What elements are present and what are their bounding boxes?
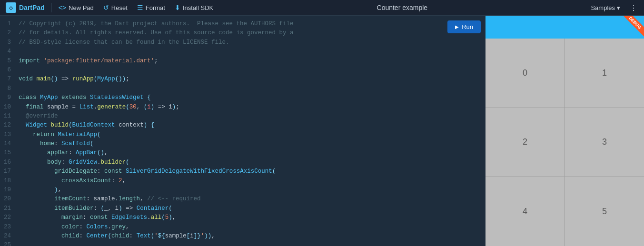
code-line bbox=[19, 84, 482, 93]
code-line: color: Colors.grey, bbox=[19, 223, 482, 232]
reset-label: Reset bbox=[111, 4, 128, 11]
code-line: final sample = List.generate(30, (i) => … bbox=[19, 103, 482, 112]
preview-panel: DEBUG 0 1 2 3 4 5 bbox=[485, 16, 644, 246]
preview-cell-4: 4 bbox=[485, 177, 565, 246]
dartpad-logo: ◇ DartPad bbox=[4, 2, 50, 13]
preview-cell-0: 0 bbox=[485, 39, 565, 108]
code-line: // Copyright (c) 2019, the Dart project … bbox=[19, 20, 482, 29]
install-sdk-button[interactable]: ⬇ Install SDK bbox=[170, 2, 218, 13]
format-icon: ☰ bbox=[137, 4, 143, 11]
code-editor[interactable]: ▶ Run 12345 678910 1112131415 1617181920… bbox=[0, 16, 485, 246]
code-content: // Copyright (c) 2019, the Dart project … bbox=[15, 20, 485, 242]
main-area: ▶ Run 12345 678910 1112131415 1617181920… bbox=[0, 16, 644, 246]
dart-logo-icon: ◇ bbox=[6, 2, 16, 13]
code-line: // BSD-style license that can be found i… bbox=[19, 38, 482, 47]
topbar: ◇ DartPad <> New Pad ↺ Reset ☰ Format ⬇ … bbox=[0, 0, 644, 16]
separator-1 bbox=[51, 3, 52, 12]
code-line bbox=[19, 66, 482, 75]
install-sdk-label: Install SDK bbox=[183, 4, 213, 11]
code-line: home: Scaffold( bbox=[19, 139, 482, 148]
code-line: itemBuilder: (_, i) => Container( bbox=[19, 204, 482, 213]
run-icon: ▶ bbox=[455, 24, 459, 30]
more-icon: ⋮ bbox=[630, 3, 637, 12]
debug-badge: DEBUG bbox=[621, 16, 644, 38]
code-line: @override bbox=[19, 112, 482, 121]
run-button[interactable]: ▶ Run bbox=[447, 20, 481, 33]
more-button[interactable]: ⋮ bbox=[627, 1, 640, 14]
topbar-right: Samples ▾ ⋮ bbox=[586, 1, 640, 14]
code-area[interactable]: 12345 678910 1112131415 1617181920 21222… bbox=[0, 16, 485, 246]
code-line: return MaterialApp( bbox=[19, 130, 482, 139]
new-pad-label: New Pad bbox=[69, 4, 94, 11]
editor-toolbar: ▶ Run bbox=[447, 20, 481, 33]
format-button[interactable]: ☰ Format bbox=[132, 2, 170, 13]
code-line: crossAxisCount: 2, bbox=[19, 177, 482, 186]
code-line: body: GridView.builder( bbox=[19, 158, 482, 167]
reset-icon: ↺ bbox=[103, 4, 109, 11]
preview-grid: 0 1 2 3 4 5 bbox=[485, 39, 644, 246]
code-line: ), bbox=[19, 241, 482, 242]
code-line: margin: const EdgeInsets.all(5), bbox=[19, 213, 482, 222]
preview-cell-1: 1 bbox=[565, 39, 644, 108]
code-line: ), bbox=[19, 186, 482, 195]
code-line: import 'package:flutter/material.dart'; bbox=[19, 57, 482, 66]
debug-badge-container: DEBUG bbox=[615, 16, 644, 44]
preview-cell-3: 3 bbox=[565, 108, 644, 177]
code-line: class MyApp extends StatelessWidget { bbox=[19, 93, 482, 102]
dartpad-label: DartPad bbox=[19, 4, 45, 11]
preview-cell-5: 5 bbox=[565, 177, 644, 246]
code-line: itemCount: sample.length, // <-- require… bbox=[19, 195, 482, 204]
code-line: child: Center(child: Text('${sample[i]}'… bbox=[19, 232, 482, 241]
chevron-down-icon: ▾ bbox=[617, 4, 620, 11]
code-line bbox=[19, 47, 482, 56]
format-label: Format bbox=[146, 4, 165, 11]
line-numbers: 12345 678910 1112131415 1617181920 21222… bbox=[0, 20, 15, 242]
code-line: void main() => runApp(MyApp()); bbox=[19, 75, 482, 84]
samples-button[interactable]: Samples ▾ bbox=[586, 2, 625, 13]
new-pad-icon: <> bbox=[59, 4, 66, 11]
page-title: Counter example bbox=[218, 4, 586, 11]
code-line: Widget build(BuildContext context) { bbox=[19, 121, 482, 130]
code-line: // for details. All rights reserved. Use… bbox=[19, 29, 482, 38]
samples-label: Samples bbox=[591, 4, 615, 11]
new-pad-button[interactable]: <> New Pad bbox=[54, 2, 99, 13]
code-line: appBar: AppBar(), bbox=[19, 148, 482, 157]
run-label: Run bbox=[462, 23, 473, 30]
preview-cell-2: 2 bbox=[485, 108, 565, 177]
code-line: gridDelegate: const SliverGridDelegateWi… bbox=[19, 167, 482, 176]
reset-button[interactable]: ↺ Reset bbox=[99, 2, 132, 13]
install-icon: ⬇ bbox=[175, 4, 180, 11]
